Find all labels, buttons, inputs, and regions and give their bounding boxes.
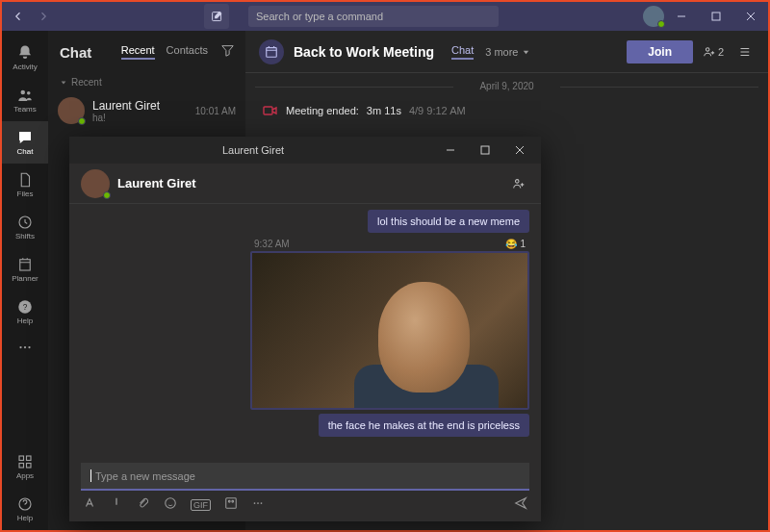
close-button[interactable] xyxy=(733,2,768,31)
message-reaction[interactable]: 😂 1 xyxy=(505,239,526,249)
chat-item-time: 10:01 AM xyxy=(195,106,236,116)
rail-label: Activity xyxy=(13,63,37,71)
chat-item-preview: ha! xyxy=(92,113,188,123)
svg-rect-19 xyxy=(481,146,489,154)
minimize-button[interactable] xyxy=(664,2,699,31)
svg-rect-5 xyxy=(20,260,31,270)
message-block[interactable]: 9:32 AM 😂 1 xyxy=(250,237,529,410)
filter-icon[interactable] xyxy=(221,43,234,61)
svg-text:?: ? xyxy=(23,303,28,312)
chat-list-item[interactable]: Laurent Giret ha! 10:01 AM xyxy=(48,91,245,130)
nav-back-button[interactable] xyxy=(6,2,31,31)
message-bubble[interactable]: lol this should be a new meme xyxy=(368,210,529,233)
group-header-recent[interactable]: Recent xyxy=(48,73,245,91)
popout-maximize-button[interactable] xyxy=(468,136,502,165)
meeting-ended-label: Meeting ended: xyxy=(286,105,359,116)
meeting-ended-time: 4/9 9:12 AM xyxy=(409,105,466,116)
tab-more[interactable]: 3 more xyxy=(485,46,529,58)
presence-available-icon xyxy=(103,191,111,199)
rail-planner[interactable]: Planner xyxy=(2,248,48,291)
join-button[interactable]: Join xyxy=(627,40,693,63)
new-message-button[interactable] xyxy=(204,4,229,29)
rail-label: Shifts xyxy=(15,232,35,241)
svg-point-26 xyxy=(257,502,259,504)
avatar xyxy=(58,97,85,124)
svg-point-25 xyxy=(254,502,256,504)
conversation-header: Back to Work Meeting Chat 3 more Join 2 xyxy=(245,31,768,73)
svg-point-20 xyxy=(516,179,520,183)
svg-rect-11 xyxy=(19,456,24,461)
rail-chat[interactable]: Chat xyxy=(2,121,48,164)
rail-more[interactable] xyxy=(2,333,48,362)
rail-shifts[interactable]: Shifts xyxy=(2,206,48,248)
svg-point-27 xyxy=(261,502,263,504)
popout-chat-window: Laurent Giret Laurent Giret lol this sho… xyxy=(69,137,541,521)
svg-rect-1 xyxy=(712,13,720,20)
video-off-icon xyxy=(263,103,278,118)
maximize-button[interactable] xyxy=(699,2,733,31)
rail-apps[interactable]: Apps xyxy=(2,445,48,488)
conversation-title: Back to Work Meeting xyxy=(294,44,434,60)
compose-area: Type a new message GIF xyxy=(69,457,541,521)
svg-rect-16 xyxy=(267,47,277,57)
tab-recent[interactable]: Recent xyxy=(121,44,155,60)
popout-add-people-button[interactable] xyxy=(508,173,529,194)
popout-title-bar[interactable]: Laurent Giret xyxy=(69,137,541,164)
compose-input[interactable]: Type a new message xyxy=(81,463,529,491)
rail-label: Chat xyxy=(17,147,34,156)
app-rail: Activity Teams Chat Files Shifts Planner xyxy=(2,31,48,530)
rail-teams[interactable]: Teams xyxy=(2,79,48,121)
rail-label: Files xyxy=(17,190,34,198)
chat-list-title: Chat xyxy=(60,44,91,61)
tab-chat[interactable]: Chat xyxy=(451,44,474,60)
presence-available-icon xyxy=(657,20,665,28)
presence-available-icon xyxy=(78,117,86,125)
svg-point-3 xyxy=(27,91,31,95)
svg-rect-12 xyxy=(27,456,32,461)
rail-label: Help xyxy=(17,317,33,325)
rail-help-upper[interactable]: ? Help xyxy=(2,291,48,333)
svg-point-24 xyxy=(232,500,234,502)
popout-header: Laurent Giret xyxy=(69,164,541,204)
meeting-ended-duration: 3m 11s xyxy=(367,105,401,116)
svg-rect-22 xyxy=(226,498,237,509)
more-icon[interactable] xyxy=(251,496,265,514)
chat-item-name: Laurent Giret xyxy=(92,99,188,113)
format-icon[interactable] xyxy=(83,496,96,514)
popout-messages: lol this should be a new meme 9:32 AM 😂 … xyxy=(69,204,541,457)
svg-point-10 xyxy=(28,346,30,348)
svg-rect-13 xyxy=(19,464,24,469)
svg-point-17 xyxy=(706,47,708,50)
message-bubble[interactable]: the face he makes at the end is priceles… xyxy=(319,414,529,437)
send-icon[interactable] xyxy=(514,496,527,514)
meeting-icon xyxy=(259,39,284,64)
svg-point-8 xyxy=(19,346,21,348)
nav-fwd-button[interactable] xyxy=(31,2,56,31)
current-user-avatar[interactable] xyxy=(643,6,664,27)
participants-button[interactable]: 2 xyxy=(703,41,724,63)
laugh-emoji-icon: 😂 xyxy=(505,239,517,249)
search-placeholder: Search or type a command xyxy=(256,11,383,22)
svg-point-9 xyxy=(24,346,26,348)
message-time: 9:32 AM xyxy=(254,239,290,249)
popout-close-button[interactable] xyxy=(502,136,537,165)
svg-point-23 xyxy=(228,500,230,502)
gif-icon[interactable]: GIF xyxy=(191,499,211,511)
popout-title: Laurent Giret xyxy=(73,144,433,156)
priority-icon[interactable] xyxy=(110,496,123,514)
popout-minimize-button[interactable] xyxy=(433,136,468,165)
sticker-icon[interactable] xyxy=(224,496,238,514)
rail-label: Planner xyxy=(12,274,38,283)
message-image[interactable] xyxy=(250,251,529,410)
tab-contacts[interactable]: Contacts xyxy=(167,44,208,60)
rail-activity[interactable]: Activity xyxy=(2,37,48,79)
date-separator: April 9, 2020 xyxy=(245,81,768,91)
rail-files[interactable]: Files xyxy=(2,164,48,206)
rail-label: Help xyxy=(17,514,33,522)
attach-icon[interactable] xyxy=(137,496,150,514)
rail-help[interactable]: Help xyxy=(2,488,48,530)
search-input[interactable]: Search or type a command xyxy=(248,6,499,27)
list-button[interactable] xyxy=(733,41,755,63)
avatar[interactable] xyxy=(81,169,110,198)
emoji-icon[interactable] xyxy=(164,496,177,514)
